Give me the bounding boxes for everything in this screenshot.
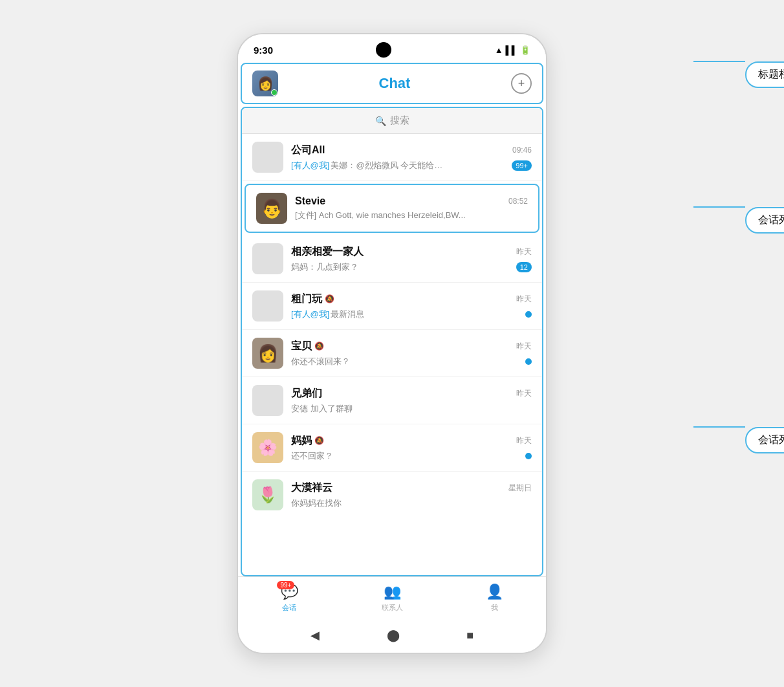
chat-preview: [文件] Ach Gott, wie manches Herzeleid,BW.…: [295, 210, 528, 221]
chat-header-row: 相亲相爱一家人 昨天: [291, 245, 532, 259]
battery-icon: 🔋: [520, 45, 530, 55]
preview-text: 你妈妈在找你: [291, 497, 342, 509]
chat-name: 粗门玩 🔕: [291, 292, 334, 306]
chat-content-family: 相亲相爱一家人 昨天 妈妈：几点到家？ 12: [291, 245, 532, 273]
unread-dot: [525, 311, 532, 318]
user-avatar-wrap[interactable]: 👩: [252, 71, 278, 96]
svg-point-5: [693, 426, 696, 428]
chat-header-row: Stevie 08:52: [295, 195, 528, 207]
wifi-icon: ▲: [495, 45, 503, 55]
mute-icon: 🔕: [314, 342, 324, 351]
recents-button[interactable]: ■: [466, 629, 474, 642]
nav-badge-chat: 99+: [277, 581, 294, 589]
chat-item-family[interactable]: 相亲相爱一家人 昨天 妈妈：几点到家？ 12: [242, 235, 542, 283]
home-button[interactable]: ⬤: [387, 628, 400, 642]
mute-icon: 🔕: [314, 436, 324, 445]
chat-item-stevie[interactable]: 👨 Stevie 08:52 [文件] Ach Gott, wie manche…: [245, 184, 539, 233]
nav-item-chat[interactable]: 99+ 💬 会话: [238, 577, 341, 620]
preview-text: 美娜：@烈焰微风 今天能给…: [331, 160, 442, 171]
chat-header-row: 宝贝 🔕 昨天: [291, 340, 532, 353]
status-bar: 9:30 ▲ ▌▌ 🔋: [238, 34, 546, 63]
nav-label-chat: 会话: [282, 603, 296, 613]
status-notch: [376, 42, 391, 58]
chat-time: 星期日: [508, 483, 532, 494]
online-dot: [271, 89, 278, 96]
at-me-tag: [有人@我]: [291, 160, 329, 171]
chat-preview: [有人@我] 最新消息: [291, 309, 532, 320]
chat-time: 09:46: [512, 146, 532, 155]
at-me-tag: [有人@我]: [291, 309, 329, 320]
chat-item-gongsi-all[interactable]: 公司All 09:46 [有人@我] 美娜：@烈焰微风 今天能给… 99+: [242, 134, 542, 181]
back-button[interactable]: ◀: [310, 628, 320, 642]
status-icons: ▲ ▌▌ 🔋: [495, 45, 530, 55]
chat-preview: 安德 加入了群聊: [291, 403, 532, 415]
chat-item-damo[interactable]: 🌷 大漠祥云 星期日 你妈妈在找你: [242, 472, 542, 518]
chat-avatar-cumen: [252, 290, 283, 322]
me-nav-icon: 👤: [486, 583, 503, 600]
mute-icon: 🔕: [325, 294, 334, 303]
search-icon: 🔍: [375, 116, 386, 126]
app-title: Chat: [278, 75, 511, 92]
chat-avatar-family: [252, 243, 283, 274]
svg-point-3: [693, 206, 696, 208]
badge-count: 12: [516, 262, 532, 272]
chat-avatar-mama: 🌸: [252, 432, 283, 463]
chat-avatar-stevie: 👨: [256, 193, 287, 224]
chat-avatar-gongsi-all: [252, 142, 283, 173]
system-nav: ◀ ⬤ ■: [238, 620, 546, 653]
search-placeholder: 搜索: [390, 114, 409, 127]
chat-content-damo: 大漠祥云 星期日 你妈妈在找你: [291, 481, 532, 509]
bottom-nav: 99+ 💬 会话 👥 联系人 👤 我: [238, 576, 546, 620]
chat-content-mama: 妈妈 🔕 昨天 还不回家？: [291, 434, 532, 462]
nav-item-me[interactable]: 👤 我: [443, 577, 546, 620]
chat-header-row: 妈妈 🔕 昨天: [291, 434, 532, 448]
preview-text: 妈妈：几点到家？: [291, 261, 358, 273]
chat-header-row: 公司All 09:46: [291, 144, 532, 157]
nav-label-contacts: 联系人: [382, 603, 403, 613]
status-time: 9:30: [254, 45, 273, 56]
chat-time: 08:52: [508, 197, 528, 206]
chat-header-row: 大漠祥云 星期日: [291, 481, 532, 495]
chat-time: 昨天: [516, 294, 532, 305]
chat-time: 昨天: [516, 435, 532, 446]
chat-preview: 你还不滚回来？: [291, 356, 532, 367]
nav-item-contacts[interactable]: 👥 联系人: [341, 577, 444, 620]
chat-content-gongsi-all: 公司All 09:46 [有人@我] 美娜：@烈焰微风 今天能给… 99+: [291, 144, 532, 171]
preview-text: [文件] Ach Gott, wie manches Herzeleid,BW.…: [295, 210, 466, 221]
chat-item-brothers[interactable]: 兄弟们 昨天 安德 加入了群聊: [242, 377, 542, 424]
chat-avatar-baby: 👩: [252, 338, 283, 369]
chat-avatar-damo: 🌷: [252, 479, 283, 510]
scene: 9:30 ▲ ▌▌ 🔋 👩 Chat + 🔍 搜索: [0, 0, 784, 687]
chat-name: 兄弟们: [291, 387, 322, 400]
chat-preview: [有人@我] 美娜：@烈焰微风 今天能给… 99+: [291, 160, 532, 171]
preview-text: 最新消息: [331, 309, 364, 320]
chat-content-brothers: 兄弟们 昨天 安德 加入了群聊: [291, 387, 532, 415]
preview-text: 你还不滚回来？: [291, 356, 350, 367]
chat-time: 昨天: [516, 341, 532, 352]
chat-item-cumen[interactable]: 粗门玩 🔕 昨天 [有人@我] 最新消息: [242, 283, 542, 330]
search-bar[interactable]: 🔍 搜索: [242, 108, 542, 134]
nav-label-me: 我: [491, 603, 498, 613]
svg-point-1: [693, 61, 696, 62]
chat-time: 昨天: [516, 246, 532, 257]
chat-time: 昨天: [516, 388, 532, 399]
annotation-label-session-list: 会话列表: [745, 427, 784, 453]
chat-preview: 还不回家？: [291, 450, 532, 462]
chat-item-baby[interactable]: 👩 宝贝 🔕 昨天 你还不滚回来？: [242, 330, 542, 377]
unread-dot: [525, 453, 532, 459]
chat-name: 公司All: [291, 144, 325, 157]
chat-area: 🔍 搜索 公司All 09:46 [有人@我]: [241, 107, 543, 576]
signal-icon: ▌▌: [506, 45, 517, 55]
chat-name: Stevie: [295, 195, 325, 207]
annotation-label-session-item: 会话列表项: [745, 207, 784, 234]
chat-preview: 你妈妈在找你: [291, 497, 532, 509]
annotation-label-title-bar: 标题栏: [745, 61, 784, 88]
badge-count: 99+: [512, 160, 532, 171]
chat-name: 妈妈 🔕: [291, 434, 324, 448]
chat-item-mama[interactable]: 🌸 妈妈 🔕 昨天 还不回家？: [242, 424, 542, 472]
chat-name: 相亲相爱一家人: [291, 245, 364, 259]
chat-name: 大漠祥云: [291, 481, 332, 495]
unread-dot: [525, 358, 532, 365]
add-button[interactable]: +: [511, 73, 532, 94]
contacts-nav-icon: 👥: [384, 583, 401, 600]
